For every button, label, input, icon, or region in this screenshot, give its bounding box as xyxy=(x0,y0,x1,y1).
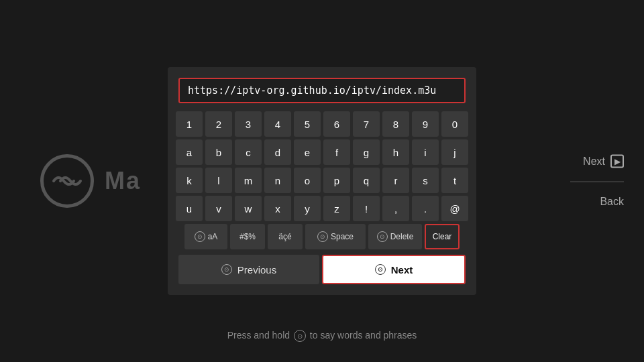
circle-icon-aa: ⊙ xyxy=(195,231,205,242)
background-logo: Ma xyxy=(40,154,141,208)
key-5[interactable]: 5 xyxy=(294,111,321,137)
key-c[interactable]: c xyxy=(235,139,262,165)
key-s[interactable]: s xyxy=(412,168,439,193)
right-nav-back-label: Back xyxy=(600,196,624,208)
key-6[interactable]: 6 xyxy=(323,111,350,137)
key-exclaim[interactable]: ! xyxy=(353,196,380,221)
key-8[interactable]: 8 xyxy=(382,111,409,137)
key-n[interactable]: n xyxy=(264,168,291,193)
key-comma[interactable]: , xyxy=(382,196,409,221)
key-1[interactable]: 1 xyxy=(176,111,203,137)
key-f[interactable]: f xyxy=(323,139,350,165)
key-o[interactable]: o xyxy=(294,168,321,193)
next-button[interactable]: ⊙ Next xyxy=(322,255,466,284)
right-nav-next-arrow: ▶ xyxy=(610,155,624,168)
key-accent-label: äçé xyxy=(278,232,291,241)
key-v[interactable]: v xyxy=(205,196,232,221)
key-t[interactable]: t xyxy=(441,168,468,193)
key-p[interactable]: p xyxy=(323,168,350,193)
key-at[interactable]: @ xyxy=(441,196,468,221)
url-input-wrapper[interactable]: https://iptv-org.github.io/iptv/index.m3… xyxy=(178,78,466,103)
key-row-special: ⊙ aA #$% äçé ⊙ Space ⊙ Delete Clear xyxy=(178,224,466,249)
key-clear[interactable]: Clear xyxy=(425,224,460,249)
key-0[interactable]: 0 xyxy=(441,111,468,137)
hint-text-suffix: to say words and phrases xyxy=(310,330,417,341)
key-l[interactable]: l xyxy=(205,168,232,193)
key-clear-label: Clear xyxy=(433,232,452,241)
key-h[interactable]: h xyxy=(382,139,409,165)
key-d[interactable]: d xyxy=(264,139,291,165)
key-y[interactable]: y xyxy=(294,196,321,221)
keyboard-dialog: https://iptv-org.github.io/iptv/index.m3… xyxy=(168,67,476,295)
circle-icon-previous: ⊙ xyxy=(221,264,232,275)
next-button-label: Next xyxy=(391,264,413,276)
hint-circle-icon: ⊙ xyxy=(294,330,306,342)
logo-text: Ma xyxy=(105,167,141,195)
key-period[interactable]: . xyxy=(412,196,439,221)
key-i[interactable]: i xyxy=(412,139,439,165)
url-input-text: https://iptv-org.github.io/iptv/index.m3… xyxy=(188,84,456,97)
key-space[interactable]: ⊙ Space xyxy=(305,224,366,249)
key-delete-label: Delete xyxy=(390,232,414,241)
keyboard: 1 2 3 4 5 6 7 8 9 0 a b c d e f g h i j … xyxy=(178,111,466,249)
key-2[interactable]: 2 xyxy=(205,111,232,137)
circle-icon-space: ⊙ xyxy=(317,231,328,242)
right-nav-back[interactable]: Back xyxy=(600,196,624,208)
logo-icon xyxy=(40,154,94,208)
key-row-numbers: 1 2 3 4 5 6 7 8 9 0 xyxy=(178,111,466,137)
previous-button-label: Previous xyxy=(237,264,276,276)
right-nav: Next ▶ Back xyxy=(570,155,624,208)
key-u[interactable]: u xyxy=(176,196,203,221)
key-7[interactable]: 7 xyxy=(353,111,380,137)
key-row-kt: k l m n o p q r s t xyxy=(178,168,466,193)
key-delete[interactable]: ⊙ Delete xyxy=(368,224,422,249)
key-row-u-at: u v w x y z ! , . @ xyxy=(178,196,466,221)
key-z[interactable]: z xyxy=(323,196,350,221)
key-w[interactable]: w xyxy=(235,196,262,221)
key-r[interactable]: r xyxy=(382,168,409,193)
key-case-toggle[interactable]: ⊙ aA xyxy=(184,224,227,249)
right-nav-next[interactable]: Next ▶ xyxy=(583,155,624,168)
key-m[interactable]: m xyxy=(235,168,262,193)
key-space-label: Space xyxy=(331,232,354,241)
bottom-buttons: ⊙ Previous ⊙ Next xyxy=(178,255,466,284)
key-e[interactable]: e xyxy=(294,139,321,165)
previous-button[interactable]: ⊙ Previous xyxy=(178,255,319,284)
key-q[interactable]: q xyxy=(353,168,380,193)
key-a[interactable]: a xyxy=(176,139,203,165)
key-g[interactable]: g xyxy=(353,139,380,165)
key-3[interactable]: 3 xyxy=(235,111,262,137)
key-k[interactable]: k xyxy=(176,168,203,193)
key-4[interactable]: 4 xyxy=(264,111,291,137)
key-j[interactable]: j xyxy=(441,139,468,165)
circle-icon-delete: ⊙ xyxy=(377,231,388,242)
key-b[interactable]: b xyxy=(205,139,232,165)
circle-icon-next: ⊙ xyxy=(375,264,386,275)
key-x[interactable]: x xyxy=(264,196,291,221)
key-symbols[interactable]: #$% xyxy=(230,224,265,249)
hint-text-prefix: Press and hold xyxy=(227,330,290,341)
key-row-aj: a b c d e f g h i j xyxy=(178,139,466,165)
key-hash-label: #$% xyxy=(239,232,256,241)
key-accents[interactable]: äçé xyxy=(268,224,303,249)
right-nav-divider xyxy=(570,182,624,182)
key-9[interactable]: 9 xyxy=(412,111,439,137)
right-nav-next-label: Next xyxy=(583,156,605,168)
key-aa-label: aA xyxy=(208,232,218,241)
bottom-hint: Press and hold ⊙ to say words and phrase… xyxy=(0,330,644,342)
